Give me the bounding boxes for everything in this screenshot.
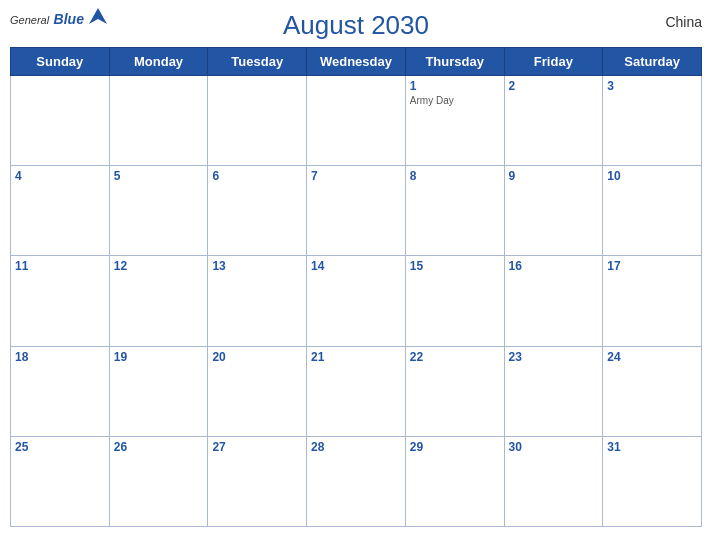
day-cell: 22 — [405, 346, 504, 436]
day-cell: 2 — [504, 76, 603, 166]
day-cell: 10 — [603, 166, 702, 256]
day-number: 11 — [15, 259, 105, 273]
day-number: 6 — [212, 169, 302, 183]
svg-marker-0 — [89, 8, 107, 24]
day-cell: 24 — [603, 346, 702, 436]
day-number: 13 — [212, 259, 302, 273]
week-row-4: 18192021222324 — [11, 346, 702, 436]
calendar-table: Sunday Monday Tuesday Wednesday Thursday… — [10, 47, 702, 527]
day-number: 15 — [410, 259, 500, 273]
day-cell: 28 — [307, 436, 406, 526]
header-wednesday: Wednesday — [307, 48, 406, 76]
day-cell: 5 — [109, 166, 208, 256]
day-cell: 1Army Day — [405, 76, 504, 166]
header-thursday: Thursday — [405, 48, 504, 76]
day-number: 26 — [114, 440, 204, 454]
header-monday: Monday — [109, 48, 208, 76]
header-friday: Friday — [504, 48, 603, 76]
day-number: 1 — [410, 79, 500, 93]
logo-text: General Blue — [10, 10, 84, 28]
day-cell: 26 — [109, 436, 208, 526]
logo-bird-icon — [87, 6, 109, 28]
day-number: 16 — [509, 259, 599, 273]
day-cell: 16 — [504, 256, 603, 346]
day-cell: 25 — [11, 436, 110, 526]
weekday-header-row: Sunday Monday Tuesday Wednesday Thursday… — [11, 48, 702, 76]
week-row-1: 1Army Day23 — [11, 76, 702, 166]
day-number: 18 — [15, 350, 105, 364]
day-number: 30 — [509, 440, 599, 454]
day-cell: 19 — [109, 346, 208, 436]
day-cell: 23 — [504, 346, 603, 436]
calendar-container: General Blue August 2030 China Sunday Mo… — [0, 0, 712, 550]
day-number: 20 — [212, 350, 302, 364]
day-number: 5 — [114, 169, 204, 183]
week-row-2: 45678910 — [11, 166, 702, 256]
day-number: 28 — [311, 440, 401, 454]
month-title: August 2030 — [283, 10, 429, 41]
day-number: 22 — [410, 350, 500, 364]
day-number: 4 — [15, 169, 105, 183]
day-number: 19 — [114, 350, 204, 364]
day-number: 7 — [311, 169, 401, 183]
day-cell: 15 — [405, 256, 504, 346]
day-number: 25 — [15, 440, 105, 454]
day-cell: 27 — [208, 436, 307, 526]
week-row-5: 25262728293031 — [11, 436, 702, 526]
day-cell — [307, 76, 406, 166]
day-cell: 14 — [307, 256, 406, 346]
day-number: 8 — [410, 169, 500, 183]
day-cell — [109, 76, 208, 166]
day-cell: 11 — [11, 256, 110, 346]
header-saturday: Saturday — [603, 48, 702, 76]
day-cell: 13 — [208, 256, 307, 346]
week-row-3: 11121314151617 — [11, 256, 702, 346]
day-cell: 17 — [603, 256, 702, 346]
logo: General Blue — [10, 10, 109, 28]
day-cell: 4 — [11, 166, 110, 256]
day-cell: 3 — [603, 76, 702, 166]
logo-general: General — [10, 14, 49, 26]
day-number: 9 — [509, 169, 599, 183]
day-cell: 30 — [504, 436, 603, 526]
day-cell: 18 — [11, 346, 110, 436]
day-number: 23 — [509, 350, 599, 364]
logo-blue: Blue — [54, 11, 84, 27]
day-number: 3 — [607, 79, 697, 93]
day-cell — [11, 76, 110, 166]
day-number: 14 — [311, 259, 401, 273]
day-cell: 9 — [504, 166, 603, 256]
day-number: 21 — [311, 350, 401, 364]
day-cell: 7 — [307, 166, 406, 256]
day-cell: 6 — [208, 166, 307, 256]
day-number: 24 — [607, 350, 697, 364]
day-number: 29 — [410, 440, 500, 454]
day-cell: 8 — [405, 166, 504, 256]
day-cell: 20 — [208, 346, 307, 436]
day-cell: 12 — [109, 256, 208, 346]
day-cell: 29 — [405, 436, 504, 526]
day-number: 31 — [607, 440, 697, 454]
day-number: 17 — [607, 259, 697, 273]
day-number: 27 — [212, 440, 302, 454]
country-label: China — [665, 14, 702, 30]
event-label: Army Day — [410, 95, 500, 106]
day-number: 10 — [607, 169, 697, 183]
day-cell — [208, 76, 307, 166]
day-number: 12 — [114, 259, 204, 273]
header-sunday: Sunday — [11, 48, 110, 76]
day-cell: 31 — [603, 436, 702, 526]
header-tuesday: Tuesday — [208, 48, 307, 76]
day-cell: 21 — [307, 346, 406, 436]
day-number: 2 — [509, 79, 599, 93]
calendar-header: General Blue August 2030 China — [10, 10, 702, 41]
